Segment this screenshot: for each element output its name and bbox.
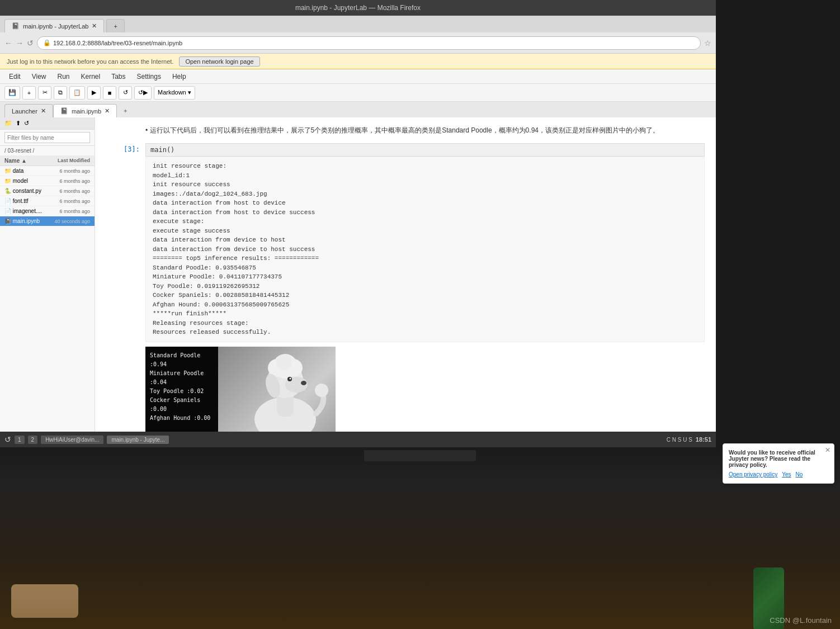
markdown-text: • 运行以下代码后，我们可以看到在推理结果中，展示了5个类别的推理概率，其中概率… — [145, 123, 705, 138]
notification-close-button[interactable]: ✕ — [825, 446, 830, 454]
monitor-stand — [364, 450, 476, 461]
label-4: Cocker Spaniels :0.00 — [150, 396, 214, 414]
new-notebook-tab-button[interactable]: + — [117, 104, 134, 117]
svg-point-6 — [276, 354, 292, 370]
add-cell-button[interactable]: + — [22, 86, 36, 100]
notebook-tab-bar: Launcher ✕ 📓 main.ipynb ✕ + — [0, 102, 716, 117]
privacy-policy-link[interactable]: Open privacy policy — [729, 471, 777, 477]
file-search-area — [0, 130, 95, 146]
file-name-main: 📓 main.ipynb — [4, 218, 54, 224]
svg-point-9 — [290, 377, 291, 379]
jupyter-toolbar: 💾 + ✂ ⧉ 📋 ▶ ■ ↺ ↺▶ Markdown ▾ — [0, 84, 716, 102]
file-browser-panel: 📁 ⬆ ↺ / 03-resnet / Name ▲ Last Modified… — [0, 117, 95, 447]
list-item[interactable]: 📄 imagenet.... 6 months ago — [0, 206, 95, 216]
copy-button[interactable]: ⧉ — [54, 86, 67, 100]
markdown-cell: • 运行以下代码后，我们可以看到在推理结果中，展示了5个类别的推理概率，其中概率… — [106, 123, 705, 138]
menu-edit[interactable]: Edit — [4, 72, 25, 82]
list-item[interactable]: 📁 model 6 months ago — [0, 176, 95, 186]
network-notification-bar: Just log in to this network before you c… — [0, 54, 716, 69]
date-column-header: Last Modified — [58, 158, 90, 164]
file-date-constant: 6 months ago — [59, 188, 90, 194]
file-name-data: 📁 data — [4, 168, 59, 174]
main-notebook-tab[interactable]: 📓 main.ipynb ✕ — [53, 104, 117, 117]
taskbar-icon-3[interactable]: 2 — [28, 436, 38, 444]
notebook-icon: 📓 — [60, 107, 68, 115]
menu-settings[interactable]: Settings — [133, 72, 166, 82]
markdown-description: 运行以下代码后，我们可以看到在推理结果中，展示了5个类别的推理概率，其中概率最高… — [150, 126, 659, 134]
tab-close-icon[interactable]: ✕ — [92, 22, 97, 30]
cell-prompt-empty — [106, 123, 140, 138]
label-3: Toy Poodle :0.02 — [150, 387, 214, 396]
launcher-close-icon[interactable]: ✕ — [41, 107, 46, 115]
file-filter-input[interactable] — [4, 132, 90, 143]
desk-area: CSDN @L.fountain — [0, 447, 840, 629]
code-cell-content: main() init resource stage: model_id:1 i… — [145, 143, 705, 447]
code-text: main() — [150, 146, 174, 154]
cut-button[interactable]: ✂ — [38, 86, 51, 100]
forward-icon[interactable]: → — [16, 39, 23, 48]
browser-tab-bar: 📓 main.ipynb - JupyterLab ✕ + — [0, 16, 716, 32]
code-cell[interactable]: [3]: main() init resource stage: model_i… — [106, 143, 705, 447]
taskbar-icon-1[interactable]: ↺ — [4, 435, 11, 444]
menu-tabs[interactable]: Tabs — [107, 72, 130, 82]
run-button[interactable]: ▶ — [87, 86, 101, 100]
menu-help[interactable]: Help — [168, 72, 191, 82]
file-name-font: 📄 font.ttf — [4, 198, 59, 204]
no-button[interactable]: No — [796, 471, 803, 477]
new-folder-icon[interactable]: 📁 — [4, 120, 12, 127]
upload-icon[interactable]: ⬆ — [16, 120, 21, 127]
yes-button[interactable]: Yes — [782, 471, 791, 477]
file-date-model: 6 months ago — [59, 178, 90, 184]
refresh-icon[interactable]: ↺ — [27, 39, 34, 48]
refresh-files-icon[interactable]: ↺ — [24, 120, 29, 127]
title-bar: main.ipynb - JupyterLab — Mozilla Firefo… — [0, 0, 716, 16]
file-date-imagenet: 6 months ago — [59, 209, 90, 214]
file-panel-toolbar: 📁 ⬆ ↺ — [0, 117, 95, 130]
list-item[interactable]: 📓 main.ipynb 40 seconds ago — [0, 216, 95, 226]
cell-prompt: [3]: — [106, 143, 140, 447]
file-table-header: Name ▲ Last Modified — [0, 156, 95, 166]
url-bar[interactable]: 🔒 192.168.0.2:8888/lab/tree/03-resnet/ma… — [37, 36, 701, 50]
taskbar-icon-2[interactable]: 1 — [15, 436, 25, 444]
file-date-main: 40 seconds ago — [54, 219, 90, 224]
browser-window: main.ipynb - JupyterLab — Mozilla Firefo… — [0, 0, 716, 447]
paste-button[interactable]: 📋 — [69, 86, 85, 100]
jupyter-menu-bar: Edit View Run Kernel Tabs Settings Help — [0, 69, 716, 84]
restart-button[interactable]: ↺ — [119, 86, 132, 100]
code-input[interactable]: main() — [145, 143, 705, 157]
name-column-header: Name ▲ — [4, 158, 58, 164]
menu-kernel[interactable]: Kernel — [77, 72, 105, 82]
launcher-tab[interactable]: Launcher ✕ — [4, 104, 53, 117]
taskbar-item-jupyter[interactable]: main.ipynb - Jupyte... — [107, 436, 169, 444]
cell-type-dropdown[interactable]: Markdown ▾ — [154, 86, 195, 100]
file-date-font: 6 months ago — [59, 198, 90, 204]
lock-icon: 🔒 — [43, 39, 51, 46]
stop-button[interactable]: ■ — [103, 86, 116, 100]
launcher-tab-label: Launcher — [12, 108, 37, 115]
list-item[interactable]: 🐍 constant.py 6 months ago — [0, 186, 95, 196]
clock: 18:51 — [696, 436, 711, 443]
back-icon[interactable]: ← — [4, 39, 12, 48]
star-icon[interactable]: ☆ — [704, 39, 711, 48]
code-output: init resource stage: model_id:1 init res… — [145, 157, 705, 342]
list-item[interactable]: 📄 font.ttf 6 months ago — [0, 196, 95, 206]
notebook-editor: • 运行以下代码后，我们可以看到在推理结果中，展示了5个类别的推理概率，其中概率… — [95, 117, 716, 447]
main-content: 📁 ⬆ ↺ / 03-resnet / Name ▲ Last Modified… — [0, 117, 716, 447]
notebook-close-icon[interactable]: ✕ — [105, 107, 110, 115]
taskbar-item-terminal[interactable]: HwHiAiUser@davin... — [41, 436, 103, 444]
menu-run[interactable]: Run — [53, 72, 74, 82]
watermark: CSDN @L.fountain — [770, 616, 832, 625]
browser-tab-1[interactable]: 📓 main.ipynb - JupyterLab ✕ — [4, 19, 104, 32]
new-tab-button[interactable]: + — [106, 19, 124, 32]
list-item[interactable]: 📁 data 6 months ago — [0, 166, 95, 176]
save-button[interactable]: 💾 — [4, 86, 20, 100]
cell-markdown-content: • 运行以下代码后，我们可以看到在推理结果中，展示了5个类别的推理概率，其中概率… — [145, 123, 705, 138]
menu-view[interactable]: View — [27, 72, 51, 82]
network-login-button[interactable]: Open network login page — [179, 56, 259, 67]
label-5: Afghan Hound :0.00 — [150, 414, 214, 423]
notification-title: Would you like to receive official Jupyt… — [729, 450, 828, 468]
restart-run-button[interactable]: ↺▶ — [134, 86, 152, 100]
label-2: Miniature Poodle :0.04 — [150, 369, 214, 387]
systray-text: C N S U S — [667, 437, 692, 443]
jupyter-notification-popup: ✕ Would you like to receive official Jup… — [723, 443, 834, 484]
